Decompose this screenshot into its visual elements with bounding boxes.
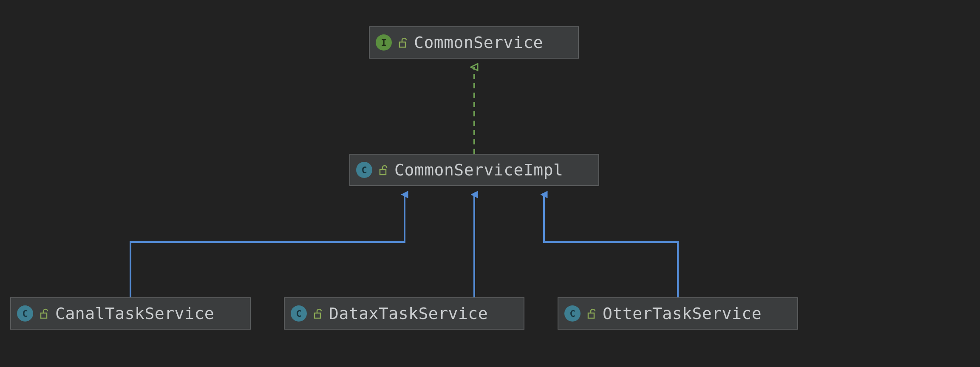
- node-common-service[interactable]: I CommonService: [369, 26, 579, 59]
- node-label: DataxTaskService: [329, 304, 488, 323]
- edge-canal-to-impl: [130, 195, 405, 297]
- node-common-service-impl[interactable]: C CommonServiceImpl: [349, 154, 599, 186]
- unlock-icon: [586, 308, 597, 319]
- unlock-icon: [398, 37, 408, 48]
- class-badge-icon: C: [356, 162, 372, 178]
- node-label: CommonServiceImpl: [394, 161, 563, 179]
- node-datax-task-service[interactable]: C DataxTaskService: [284, 297, 524, 330]
- uml-canvas: I CommonService C CommonServiceImpl C: [0, 0, 980, 367]
- interface-badge-icon: I: [376, 34, 392, 51]
- class-badge-icon: C: [564, 305, 581, 322]
- unlock-icon: [313, 308, 323, 319]
- unlock-icon: [39, 308, 49, 319]
- class-badge-icon: C: [291, 305, 307, 322]
- node-label: CanalTaskService: [55, 304, 214, 323]
- edge-otter-to-impl: [544, 195, 678, 297]
- node-label: CommonService: [414, 33, 543, 52]
- node-label: OtterTaskService: [603, 304, 762, 323]
- node-otter-task-service[interactable]: C OtterTaskService: [558, 297, 798, 330]
- node-canal-task-service[interactable]: C CanalTaskService: [10, 297, 251, 330]
- unlock-icon: [378, 164, 388, 175]
- class-badge-icon: C: [17, 305, 33, 322]
